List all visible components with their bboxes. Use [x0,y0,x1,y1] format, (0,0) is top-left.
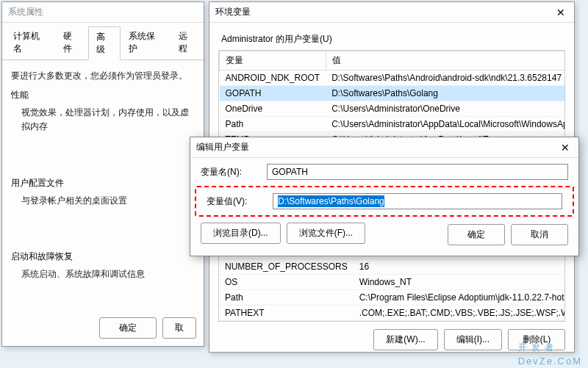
delete-sys-button[interactable]: 删除(L) [508,329,565,350]
tab-hardware[interactable]: 硬件 [55,26,88,59]
close-icon[interactable]: ✕ [553,5,568,20]
sysprops-ok-button[interactable]: 确定 [99,317,157,339]
profiles-label: 用户配置文件 [11,177,195,190]
perf-label: 性能 [11,89,195,101]
var-value-row: 变量值(V): D:\Softwares\Paths\Golang [196,187,573,215]
browse-file-button[interactable]: 浏览文件(F)... [287,223,365,244]
table-row[interactable]: OneDriveC:\Users\Administrator\OneDrive [220,101,566,117]
table-row[interactable]: OSWindows_NT [219,275,565,290]
tab-advanced[interactable]: 高级 [88,26,121,60]
sysprops-tabs: 计算机名 硬件 高级 系统保护 远程 [2,26,204,60]
sysprops-titlebar: 系统属性 [2,2,204,23]
tab-system-protection[interactable]: 系统保护 [121,26,171,59]
editdlg-cancel-button[interactable]: 取消 [511,224,568,245]
sysprops-cancel-button[interactable]: 取 [162,317,196,339]
col-value[interactable]: 值 [326,51,565,71]
sysprops-content: 要进行大多数更改，您必须作为管理员登录。 性能 视觉效果，处理器计划，内存使用，… [2,60,204,290]
table-row[interactable]: NUMBER_OF_PROCESSORS16 [219,259,565,275]
table-row[interactable]: PathC:\Users\Administrator\AppData\Local… [220,117,566,132]
editdlg-title: 编辑用户变量 [196,141,249,154]
user-vars-table[interactable]: 变量 值 ANDROID_NDK_ROOTD:\Softwares\Paths\… [219,51,565,142]
perf-desc: 视觉效果，处理器计划，内存使用，以及虚拟内存 [21,106,195,134]
var-name-label: 变量名(N): [201,166,259,178]
envvars-titlebar: 环境变量 ✕ [209,2,574,23]
user-vars-label: Administrator 的用户变量(U) [221,33,562,46]
startup-label: 启动和故障恢复 [11,250,195,263]
var-value-input[interactable]: D:\Softwares\Paths\Golang [273,193,562,209]
col-variable[interactable]: 变量 [220,51,326,71]
browse-dir-button[interactable]: 浏览目录(D)... [201,223,281,244]
admin-note: 要进行大多数更改，您必须作为管理员登录。 [11,69,195,83]
edit-user-var-dialog: 编辑用户变量 ✕ 变量名(N): GOPATH 变量值(V): D:\Softw… [190,137,579,256]
system-properties-window: 系统属性 计算机名 硬件 高级 系统保护 远程 要进行大多数更改，您必须作为管理… [1,1,204,347]
startup-desc: 系统启动、系统故障和调试信息 [21,267,195,281]
profiles-desc: 与登录帐户相关的桌面设置 [21,194,195,208]
table-row[interactable]: ANDROID_NDK_ROOTD:\Softwares\Paths\Andro… [220,71,566,86]
table-row[interactable]: PATHEXT.COM;.EXE;.BAT;.CMD;.VBS;.VBE;.JS… [219,306,565,321]
highlighted-row: 变量值(V): D:\Softwares\Paths\Golang [195,186,574,217]
var-name-input[interactable]: GOPATH [267,164,568,180]
tab-remote[interactable]: 远程 [171,26,204,59]
editdlg-ok-button[interactable]: 确定 [448,224,505,245]
editdlg-titlebar: 编辑用户变量 ✕ [190,137,578,158]
tab-computer-name[interactable]: 计算机名 [5,26,55,59]
editdlg-close-icon[interactable]: ✕ [558,140,573,155]
sysprops-title: 系统属性 [8,6,43,18]
envvars-title: 环境变量 [215,6,251,18]
new-sys-button[interactable]: 新建(W)... [373,329,437,350]
edit-sys-button[interactable]: 编辑(I)... [444,329,502,350]
table-row[interactable]: GOPATHD:\Softwares\Paths\Golang [220,86,566,101]
var-name-row: 变量名(N): GOPATH [190,158,578,186]
var-value-label: 变量值(V): [207,195,265,208]
table-row[interactable]: PathC:\Program Files\Eclipse Adoptium\jd… [219,290,565,306]
